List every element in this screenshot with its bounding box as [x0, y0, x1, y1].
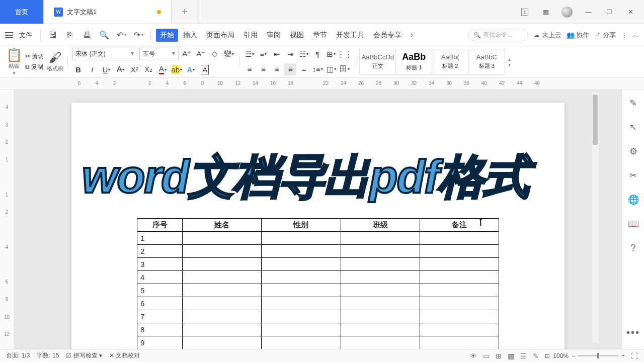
- horizontal-ruler[interactable]: 6422468101214161822242628303234363840424…: [0, 77, 644, 89]
- superscript-icon[interactable]: X²: [128, 63, 140, 75]
- zoom-slider[interactable]: [578, 355, 618, 356]
- fit-icon[interactable]: ⊡: [545, 352, 550, 359]
- export-icon[interactable]: ⎘: [63, 28, 77, 42]
- tab-dev-tools[interactable]: 开发工具: [332, 29, 368, 42]
- dec-font-icon[interactable]: A⁻: [195, 48, 207, 60]
- style-h1[interactable]: AaBb标题 1: [396, 49, 432, 74]
- preview-icon[interactable]: 🔍: [97, 28, 111, 42]
- table-row[interactable]: 7: [137, 310, 499, 323]
- table-row[interactable]: 3: [137, 258, 499, 271]
- page-view-icon[interactable]: ⊞: [496, 352, 502, 360]
- file-menu[interactable]: 文件: [16, 29, 35, 42]
- vertical-scrollbar[interactable]: [592, 92, 599, 343]
- zoom-control[interactable]: ⊡ 100% − +: [545, 352, 625, 359]
- styles-scroll-down[interactable]: ▾: [508, 62, 511, 67]
- home-tab[interactable]: 首页: [0, 0, 44, 24]
- close-button[interactable]: ✕: [621, 5, 640, 20]
- document-tab[interactable]: W 文字文稿1: [44, 0, 172, 24]
- table-header[interactable]: 性别: [262, 219, 341, 232]
- subscript-icon[interactable]: X₂: [142, 63, 154, 75]
- tab-view[interactable]: 视图: [286, 29, 308, 42]
- table-row[interactable]: 5: [137, 284, 499, 297]
- sort-icon[interactable]: ☵: [298, 48, 310, 60]
- underline-icon[interactable]: U: [100, 63, 112, 75]
- char-border-icon[interactable]: A: [199, 63, 211, 75]
- outline-view-icon[interactable]: ☰: [520, 352, 527, 360]
- grid-view-icon[interactable]: ▭: [483, 352, 490, 360]
- table-header[interactable]: 班级: [341, 219, 420, 232]
- highlight-icon[interactable]: ab: [171, 63, 183, 75]
- document-canvas[interactable]: 📄 word文档导出pdf格式 序号姓名性别班级备注 123456789 I: [14, 89, 622, 349]
- align-justify-icon[interactable]: ≡: [284, 63, 296, 75]
- pen-icon[interactable]: ✎: [533, 352, 539, 360]
- format-painter-button[interactable]: 🖌格式刷: [47, 51, 63, 72]
- para-border-icon[interactable]: ⊞: [325, 48, 337, 60]
- sliders-icon[interactable]: ⚙: [627, 145, 640, 158]
- distribute-icon[interactable]: ⫠: [298, 63, 310, 75]
- shading-icon[interactable]: ◫: [325, 63, 337, 75]
- help-icon[interactable]: ?: [627, 241, 640, 254]
- book-icon[interactable]: 📖: [627, 217, 640, 230]
- fullscreen-icon[interactable]: ⛶: [631, 352, 638, 360]
- align-right-icon[interactable]: ≡: [271, 63, 283, 75]
- table-header[interactable]: 序号: [137, 219, 183, 232]
- command-search-input[interactable]: 查找命令...: [468, 29, 528, 41]
- zoom-in-icon[interactable]: +: [621, 352, 625, 359]
- table-row[interactable]: 6: [137, 297, 499, 310]
- table-row[interactable]: 4: [137, 271, 499, 284]
- font-size-select[interactable]: 五号: [139, 48, 179, 60]
- more-icon[interactable]: •••: [627, 326, 640, 339]
- italic-icon[interactable]: I: [86, 63, 98, 75]
- tab-references[interactable]: 引用: [239, 29, 262, 42]
- font-color-icon[interactable]: A: [156, 63, 169, 75]
- table-row[interactable]: 8: [137, 323, 499, 336]
- cloud-status[interactable]: ☁ 未上云: [533, 31, 561, 40]
- inc-font-icon[interactable]: A⁺: [181, 48, 193, 60]
- tab-stops-icon[interactable]: ⋮⋮: [339, 48, 351, 60]
- tab-chapter[interactable]: 章节: [309, 29, 331, 42]
- vertical-ruler[interactable]: 4321124681012: [0, 89, 14, 349]
- show-marks-icon[interactable]: ¶: [311, 48, 324, 60]
- hamburger-menu[interactable]: [5, 32, 13, 38]
- spell-check[interactable]: ☑ 拼写检查 ▾: [66, 351, 102, 360]
- new-tab-button[interactable]: +: [172, 0, 198, 24]
- eye-icon[interactable]: 👁: [470, 352, 477, 360]
- style-normal[interactable]: AaBbCcDd正文: [360, 49, 396, 74]
- dec-indent-icon[interactable]: ⇤: [271, 48, 283, 60]
- bold-icon[interactable]: B: [72, 63, 84, 75]
- clear-format-icon[interactable]: ◇: [209, 48, 221, 60]
- tab-more[interactable]: ›: [407, 29, 417, 42]
- collab-button[interactable]: 👥 协作: [567, 31, 590, 40]
- pencil-icon[interactable]: ✎: [627, 97, 640, 110]
- tab-page-layout[interactable]: 页面布局: [202, 29, 238, 42]
- cut-button[interactable]: ✂ 剪切: [25, 52, 44, 61]
- save-icon[interactable]: 🖫: [46, 28, 60, 42]
- word-count[interactable]: 字数: 15: [37, 351, 59, 360]
- bullets-icon[interactable]: ☰: [244, 48, 256, 60]
- inc-indent-icon[interactable]: ⇥: [284, 48, 296, 60]
- cursor-icon[interactable]: ↖: [627, 121, 640, 134]
- table-row[interactable]: 1: [137, 232, 499, 245]
- style-h2[interactable]: AaBb(标题 2: [432, 49, 468, 74]
- copy-button[interactable]: ⧉ 复制: [25, 63, 44, 71]
- paste-button[interactable]: 📋粘贴▾: [6, 48, 22, 75]
- minimize-button[interactable]: —: [579, 5, 598, 20]
- align-center-icon[interactable]: ≡: [257, 63, 269, 75]
- proof-button[interactable]: ✕ 文档校对: [109, 351, 140, 360]
- undo-button[interactable]: ↶: [114, 28, 128, 42]
- tab-review[interactable]: 审阅: [263, 29, 285, 42]
- style-h3[interactable]: AaBbC标题 3: [468, 49, 505, 74]
- share-button[interactable]: ↗ 分享: [594, 31, 616, 40]
- kebab-menu[interactable]: ⋮: [621, 31, 627, 39]
- tab-premium[interactable]: 会员专享: [369, 29, 406, 42]
- collapse-ribbon-icon[interactable]: ︿: [632, 31, 639, 40]
- borders-icon[interactable]: 田: [339, 63, 351, 75]
- print-icon[interactable]: 🖶: [80, 28, 94, 42]
- font-name-select[interactable]: 宋体 (正文): [72, 48, 137, 60]
- table-row[interactable]: 9: [137, 336, 499, 349]
- numbering-icon[interactable]: ≡: [257, 48, 269, 60]
- strike-icon[interactable]: A̶: [114, 63, 126, 75]
- styles-scroll-up[interactable]: ▴: [508, 56, 511, 62]
- table-row[interactable]: 2: [137, 245, 499, 258]
- apps-grid-button[interactable]: ▦: [536, 5, 555, 20]
